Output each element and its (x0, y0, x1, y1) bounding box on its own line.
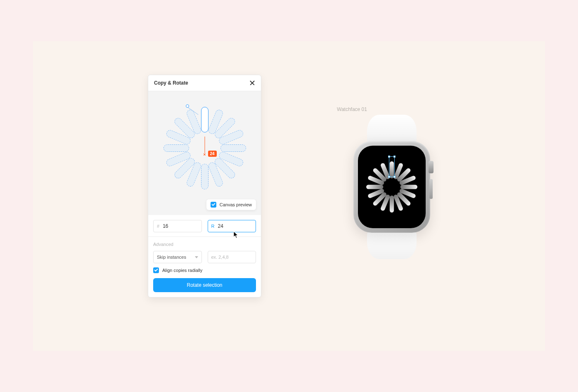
resize-handle-icon[interactable] (388, 156, 390, 158)
center-indicator-line (204, 137, 205, 153)
resize-handle-icon[interactable] (388, 176, 390, 178)
canvas-preview-label: Canvas preview (220, 202, 252, 207)
copies-count-field[interactable]: # (153, 220, 202, 232)
radius-input[interactable] (218, 223, 252, 229)
resize-handle-icon[interactable] (393, 176, 396, 178)
watch-device (332, 115, 452, 259)
design-canvas (33, 41, 545, 351)
watch-band-top (367, 115, 417, 144)
radius-field[interactable]: R (208, 220, 256, 232)
copies-count-input[interactable] (163, 223, 198, 229)
watchface-petal (400, 185, 417, 189)
watch-side-button (429, 179, 433, 199)
watchface-frame-label: Watchface 01 (337, 106, 367, 112)
skip-instances-input[interactable]: ex. 2,4,8 (208, 251, 256, 263)
advanced-section-label: Advanced (153, 242, 256, 247)
watchface-petal (390, 196, 394, 213)
preview-petal (201, 107, 208, 132)
resize-handle-icon[interactable] (393, 156, 396, 158)
watch-band-bottom (367, 230, 417, 259)
close-icon[interactable] (249, 80, 255, 86)
preview-petal (163, 144, 189, 152)
radius-badge: 24 (208, 151, 217, 157)
preview-petal (201, 164, 208, 189)
canvas-preview-toggle[interactable]: Canvas preview (206, 199, 256, 210)
watch-case (353, 141, 430, 233)
skip-instances-dropdown[interactable]: Skip instances (153, 251, 202, 263)
panel-header: Copy & Rotate (148, 75, 261, 91)
radius-prefix: R (211, 224, 215, 229)
center-indicator-x: × (204, 152, 206, 157)
selected-layer-outline[interactable] (389, 156, 395, 177)
align-radially-label: Align copies radially (162, 268, 202, 273)
divider (148, 236, 261, 237)
chevron-down-icon (195, 256, 198, 258)
skip-instances-label: Skip instances (157, 255, 186, 260)
checkbox-checked-icon (153, 267, 159, 273)
watch-screen (358, 146, 426, 228)
rotation-handle-dot[interactable] (186, 104, 189, 108)
copy-rotate-panel: Copy & Rotate × 24 Canvas preview # R Ad… (148, 75, 261, 298)
rotate-selection-button[interactable]: Rotate selection (153, 278, 256, 292)
preview-area: × 24 Canvas preview (148, 91, 261, 215)
hash-icon: # (157, 224, 159, 229)
watch-crown (429, 161, 434, 173)
align-radially-toggle[interactable]: Align copies radially (153, 267, 256, 273)
panel-body: # R Advanced Skip instances ex. 2,4,8 Al… (148, 215, 261, 297)
preview-petal (220, 144, 246, 152)
watchface-petal (366, 185, 383, 189)
skip-instances-placeholder: ex. 2,4,8 (211, 255, 229, 260)
checkbox-checked-icon (211, 202, 216, 208)
panel-title: Copy & Rotate (154, 80, 188, 86)
